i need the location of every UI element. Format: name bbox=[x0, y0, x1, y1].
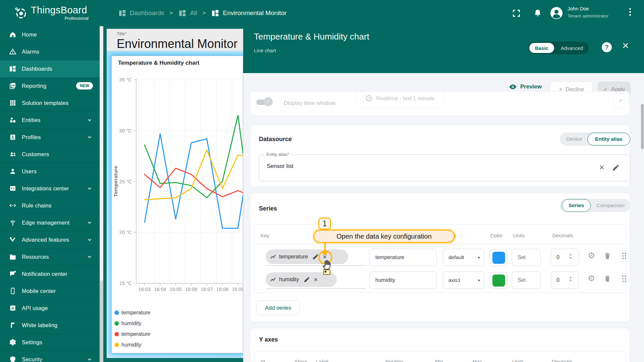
settings-icon bbox=[9, 338, 17, 346]
y-axes-column-max: Max bbox=[473, 359, 482, 362]
sidebar-item-api-usage[interactable]: API usage bbox=[0, 300, 100, 317]
legend-label: humidity bbox=[121, 320, 142, 326]
sidebar-item-integrations-center[interactable]: Integrations center bbox=[0, 180, 100, 197]
home-icon bbox=[9, 31, 17, 39]
sidebar-item-settings[interactable]: Settings bbox=[0, 334, 100, 351]
sidebar-item-label: Alarms bbox=[22, 49, 40, 55]
top-header-bar: ThingsBoard Professional Dashboards > Al… bbox=[0, 0, 644, 26]
tab-basic[interactable]: Basic bbox=[529, 43, 554, 53]
sidebar-item-profiles[interactable]: Profiles bbox=[0, 129, 100, 146]
sidebar-item-solution-templates[interactable]: Solution templates bbox=[0, 95, 100, 112]
y-axes-heading: Y axes bbox=[259, 336, 278, 343]
sidebar-item-dashboards[interactable]: Dashboards bbox=[0, 60, 100, 77]
decimals-stepper[interactable]: ▲▼ bbox=[569, 253, 572, 259]
series-comparison-toggle: Series Comparison bbox=[560, 199, 630, 212]
sidebar-item-customers[interactable]: Customers bbox=[0, 146, 100, 163]
edit-entity-alias-pencil-icon[interactable] bbox=[612, 164, 620, 172]
legend-dot bbox=[115, 332, 119, 337]
series-units-input[interactable] bbox=[512, 272, 541, 289]
x-tick-label: 16:03 bbox=[139, 287, 151, 292]
add-series-button[interactable]: Add series bbox=[256, 300, 300, 315]
y-axes-column-min: Min bbox=[435, 359, 443, 362]
notifications-bell-icon[interactable] bbox=[533, 8, 542, 18]
datasource-type-toggle: Device Entity alias bbox=[560, 132, 630, 146]
clear-entity-alias-icon[interactable]: × bbox=[599, 162, 604, 173]
legend-label: temperature bbox=[121, 310, 150, 315]
breadcrumb-dashboards[interactable]: Dashboards bbox=[118, 9, 164, 17]
fullscreen-icon[interactable] bbox=[512, 9, 521, 18]
sidebar-item-resources[interactable]: Resources bbox=[0, 248, 100, 265]
entity-alias-field[interactable]: Entity alias* Sensor list × bbox=[259, 155, 630, 181]
dashboards-icon bbox=[178, 9, 187, 17]
drag-handle-icon[interactable] bbox=[621, 252, 627, 260]
timeseries-zigzag-icon bbox=[270, 277, 276, 282]
panel-subtitle: Line chart bbox=[254, 48, 276, 53]
solution-templates-icon bbox=[9, 99, 17, 107]
timewindow-value-button[interactable]: Realtime - last 1 minute bbox=[355, 91, 444, 109]
sidebar-item-entities[interactable]: Entities bbox=[0, 112, 100, 129]
chevron-down-icon: ▾ bbox=[478, 255, 480, 260]
edit-data-key-pencil-icon[interactable] bbox=[304, 276, 310, 283]
edit-data-key-pencil-icon[interactable] bbox=[312, 253, 319, 260]
sidebar-item-security[interactable]: Security bbox=[0, 351, 100, 362]
sidebar-scrollbar[interactable] bbox=[100, 26, 103, 362]
series-decimals-input[interactable] bbox=[551, 272, 579, 289]
sidebar-item-label: Customers bbox=[22, 151, 49, 158]
panel-scrollbar-thumb[interactable] bbox=[641, 104, 644, 149]
breadcrumb-all[interactable]: All bbox=[178, 9, 197, 17]
series-key-chip-temperature[interactable]: temperature × bbox=[266, 249, 348, 264]
delete-series-trash-icon[interactable] bbox=[603, 252, 611, 260]
series-color-button[interactable] bbox=[490, 249, 508, 266]
breadcrumb-separator: > bbox=[169, 10, 173, 16]
series-y-axis-select[interactable]: default▾ bbox=[443, 249, 484, 266]
clock-icon bbox=[365, 95, 373, 102]
sidebar-item-label: Edge management bbox=[22, 220, 69, 226]
sidebar-item-reporting[interactable]: ReportingNEW bbox=[0, 77, 100, 95]
toggle-thumb-check-icon: ✓ bbox=[264, 97, 273, 106]
integrations-center-icon bbox=[9, 184, 17, 192]
series-label-input[interactable] bbox=[370, 249, 437, 266]
series-color-button[interactable] bbox=[490, 272, 508, 289]
sidebar-item-advanced-features[interactable]: Advanced features bbox=[0, 231, 100, 248]
more-options-kebab-icon[interactable] bbox=[627, 8, 633, 18]
series-settings-gear-icon[interactable]: ⚙ bbox=[588, 251, 595, 260]
delete-series-trash-icon[interactable] bbox=[603, 275, 611, 283]
series-decimals-input[interactable] bbox=[551, 249, 579, 266]
breadcrumb-current[interactable]: Environmental Monitor bbox=[211, 9, 286, 17]
api-usage-icon bbox=[9, 304, 17, 312]
drag-handle-icon[interactable] bbox=[621, 275, 627, 283]
sidebar-scrollbar-thumb[interactable] bbox=[100, 26, 103, 281]
sidebar-item-users[interactable]: Users bbox=[0, 163, 100, 180]
color-swatch bbox=[492, 275, 505, 287]
dashboard-title-field[interactable]: Title* Environmental Monitor bbox=[107, 29, 243, 51]
tab-device[interactable]: Device bbox=[560, 132, 589, 146]
sidebar-item-white-labeling[interactable]: White labeling bbox=[0, 317, 100, 334]
series-label-input[interactable] bbox=[370, 272, 437, 289]
tab-entity-alias[interactable]: Entity alias bbox=[587, 133, 630, 145]
tab-series[interactable]: Series bbox=[562, 199, 591, 212]
series-key-name: temperature bbox=[279, 254, 308, 260]
sidebar-item-mobile-center[interactable]: Mobile center bbox=[0, 283, 100, 300]
legend-dot bbox=[115, 343, 119, 347]
sidebar-item-home[interactable]: Home bbox=[0, 26, 100, 43]
sidebar-item-notification-center[interactable]: Notification center bbox=[0, 265, 100, 283]
remove-key-icon[interactable]: × bbox=[313, 276, 319, 284]
close-panel-icon[interactable]: × bbox=[622, 39, 629, 52]
help-button[interactable]: ? bbox=[602, 42, 612, 52]
series-units-input[interactable] bbox=[512, 249, 541, 266]
brand-edition: Professional bbox=[31, 16, 89, 21]
edit-timewindow-corner-button[interactable] bbox=[613, 94, 629, 109]
chevron-down-icon bbox=[86, 117, 93, 123]
user-avatar[interactable] bbox=[550, 7, 563, 19]
y-axes-column-decimals: Decimals bbox=[552, 359, 573, 362]
dashboard-title-label: Title* bbox=[117, 31, 126, 36]
series-y-axis-select[interactable]: axis1▾ bbox=[443, 272, 484, 289]
tab-advanced[interactable]: Advanced bbox=[556, 42, 588, 54]
preview-button[interactable]: Preview bbox=[508, 82, 542, 91]
sidebar-item-edge-management[interactable]: Edge management bbox=[0, 214, 100, 231]
tab-comparison[interactable]: Comparison bbox=[592, 199, 629, 212]
sidebar-item-alarms[interactable]: Alarms bbox=[0, 43, 100, 60]
series-settings-gear-icon[interactable]: ⚙ bbox=[588, 274, 595, 283]
decimals-stepper[interactable]: ▲▼ bbox=[569, 276, 572, 282]
sidebar-item-rule-chains[interactable]: Rule chains bbox=[0, 197, 100, 214]
